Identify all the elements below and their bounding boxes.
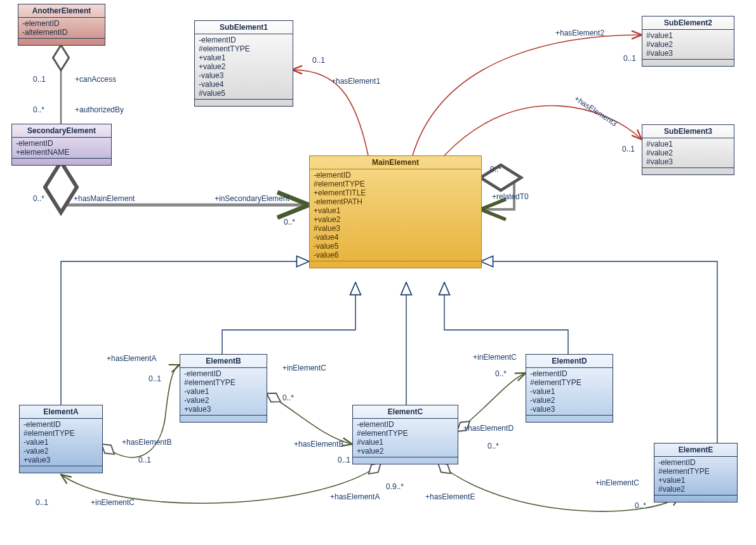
label-in-element-c-e: +inElementC — [595, 478, 639, 487]
label-has-element3: +hasElement3 — [573, 94, 618, 128]
class-attrs: -elementID #elementTYPE +value1 +value2 … — [195, 34, 293, 100]
label-has-element-b: +hasElementB — [122, 438, 171, 447]
label-authorized-by: +authorizedBy — [75, 105, 124, 114]
class-attrs: -elementID #elementTYPE -value1 -value2 … — [20, 419, 102, 466]
class-element-a: ElementA -elementID #elementTYPE -value1… — [19, 405, 103, 473]
class-title: ElementE — [654, 443, 737, 457]
mult-01: 0..1 — [33, 75, 46, 84]
mult-0s5: 0..* — [282, 393, 294, 402]
class-element-b: ElementB -elementID #elementTYPE -value1… — [180, 354, 267, 423]
label-has-element-d: +hasElementD — [463, 424, 514, 433]
class-subelement3: SubElement3 #value1 #value2 #value3 — [642, 124, 734, 175]
class-element-e: ElementE -elementID #elementTYPE +value1… — [654, 443, 738, 502]
label-in-element-c-b: +inElementC — [282, 364, 326, 372]
label-in-element-c-a: +inElementC — [91, 498, 135, 507]
class-attrs: -elementID #elementTYPE +value1 #value2 — [654, 457, 737, 496]
label-has-element-a-bot: +hasElementA — [330, 492, 380, 501]
class-subelement2: SubElement2 #value1 #value2 #value3 — [642, 16, 734, 67]
class-secondary-element: SecondaryElement -elementID +elementNAME — [11, 124, 112, 166]
mult-01b: 0..1 — [312, 56, 325, 65]
class-title: SubElement2 — [642, 16, 734, 30]
label-has-element2: +hasElement2 — [555, 29, 604, 37]
class-attrs: #value1 #value2 #value3 — [642, 138, 734, 168]
mult-01f: 0..1 — [138, 456, 151, 464]
class-subelement1: SubElement1 -elementID #elementTYPE +val… — [194, 20, 293, 107]
class-another-element: AnotherElement -elementID -altelementID — [18, 4, 105, 46]
class-title: MainElement — [310, 156, 481, 169]
class-title: SecondaryElement — [12, 124, 111, 138]
mult-0p1: 0.9..* — [386, 482, 404, 491]
mult-01d: 0..1 — [622, 145, 635, 154]
class-attrs: -elementID +elementNAME — [12, 138, 111, 159]
class-title: ElementA — [20, 405, 102, 419]
mult-0s7: 0..* — [487, 442, 499, 450]
label-can-access: +canAccess — [75, 75, 116, 84]
class-element-d: ElementD -elementID #elementTYPE -value1… — [526, 354, 613, 423]
mult-01e: 0..1 — [149, 374, 161, 383]
label-has-element1: +hasElement1 — [331, 77, 380, 86]
mult-01h: 0..1 — [36, 498, 48, 507]
mult-0s2: 0..* — [33, 194, 44, 203]
class-attrs: -elementID #elementTYPE -value1 -value2 … — [180, 368, 267, 416]
class-ops-empty — [18, 39, 105, 45]
class-attrs: -elementID #elementTYPE -value1 -value2 … — [526, 368, 613, 416]
label-in-secondary-element: +inSecondaryElement — [215, 194, 289, 203]
class-title: ElementD — [526, 355, 613, 368]
label-has-element-b2: +hasElementB — [294, 440, 343, 449]
label-has-element-e: +hasElementE — [425, 492, 475, 501]
class-attrs: -elementID #elementTYPE #value1 +value2 — [353, 419, 458, 457]
mult-01g: 0..1 — [338, 456, 350, 464]
mult-01c: 0..1 — [623, 54, 636, 63]
class-attrs: #value1 #value2 #value3 — [642, 30, 734, 60]
label-in-element-c-d: +inElementC — [473, 353, 517, 362]
mult-0s6: 0..* — [495, 369, 507, 378]
mult-0s: 0..* — [33, 105, 44, 114]
label-has-main-element: +hasMainElement — [74, 194, 135, 203]
class-title: AnotherElement — [18, 4, 105, 18]
mult-0s3: 0..* — [284, 218, 295, 227]
class-main-element: MainElement -elementID #elementTYPE +ele… — [309, 155, 482, 268]
class-title: ElementC — [353, 405, 458, 419]
class-attrs: -elementID -altelementID — [18, 18, 105, 39]
label-has-element-a: +hasElementA — [107, 354, 156, 363]
class-attrs: -elementID #elementTYPE +elementTITLE -e… — [310, 169, 481, 261]
class-title: SubElement1 — [195, 21, 293, 34]
class-title: SubElement3 — [642, 125, 734, 138]
mult-0s4: 0..* — [490, 165, 501, 174]
mult-0s12: 0..* — [635, 501, 646, 510]
label-related-to: +relatedT0 — [492, 192, 529, 201]
class-element-c: ElementC -elementID #elementTYPE #value1… — [352, 405, 458, 464]
class-title: ElementB — [180, 355, 267, 368]
